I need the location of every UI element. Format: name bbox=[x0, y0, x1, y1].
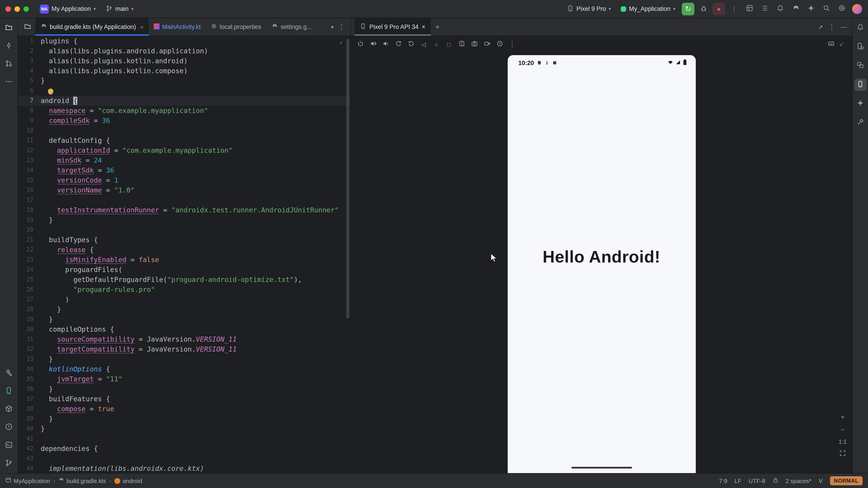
ideavim-icon[interactable]: V bbox=[819, 477, 823, 484]
breadcrumb-file[interactable]: build.gradle.kts bbox=[59, 477, 106, 484]
code-line[interactable]: 22 release { bbox=[18, 245, 350, 255]
code-line[interactable]: 23 isMinifyEnabled = false bbox=[18, 255, 350, 265]
rerun-button[interactable]: ↻ bbox=[682, 2, 694, 15]
code-line[interactable]: 6 bbox=[18, 86, 350, 96]
device-screen[interactable]: 10:20 Hello Android! bbox=[507, 55, 695, 473]
project-selector[interactable]: MA My Application ▾ bbox=[36, 2, 99, 15]
code-line[interactable]: 37 buildFeatures { bbox=[18, 394, 350, 404]
close-tab-icon[interactable]: × bbox=[422, 24, 426, 30]
code-line[interactable]: 10 bbox=[18, 126, 350, 135]
android-overview-button[interactable]: □ bbox=[443, 38, 455, 50]
code-line[interactable]: 41 bbox=[18, 434, 350, 444]
code-line[interactable]: 15 versionCode = 1 bbox=[18, 175, 350, 185]
code-line[interactable]: 11 defaultConfig { bbox=[18, 135, 350, 145]
code-line[interactable]: 7android { bbox=[18, 96, 350, 106]
code-line[interactable]: 24 proguardFiles( bbox=[18, 265, 350, 275]
code-line[interactable]: 26 "proguard-rules.pro" bbox=[18, 285, 350, 295]
inspections-ok-icon[interactable]: ✓ bbox=[339, 39, 343, 46]
device-manager-tool-button[interactable] bbox=[854, 41, 866, 53]
code-line[interactable]: 16 versionName = "1.0" bbox=[18, 185, 350, 195]
hide-panel-icon[interactable]: — bbox=[841, 24, 847, 30]
code-line[interactable]: 44 implementation(libs.androidx.core.ktx… bbox=[18, 464, 350, 473]
rotate-right-button[interactable] bbox=[405, 38, 417, 50]
tab-local-properties[interactable]: local.properties bbox=[206, 18, 266, 36]
code-line[interactable]: 17 bbox=[18, 195, 350, 205]
code-area[interactable]: 1plugins {2 alias(libs.plugins.android.a… bbox=[18, 36, 350, 473]
problems-tool-button[interactable] bbox=[3, 421, 15, 433]
snapshots-button[interactable] bbox=[494, 38, 505, 50]
code-line[interactable]: 21 buildTypes { bbox=[18, 235, 350, 245]
hidden-tabs-chevron-icon[interactable]: ▾ bbox=[331, 24, 334, 30]
code-line[interactable]: 19 } bbox=[18, 215, 350, 225]
android-back-button[interactable]: ◁ bbox=[418, 38, 430, 50]
tab-mainactivity[interactable]: MainActivity.kt bbox=[149, 18, 206, 36]
device-selector[interactable]: Pixel 9 Pro ▾ bbox=[563, 3, 615, 15]
tab-settings-gradle[interactable]: settings.g... bbox=[266, 18, 317, 36]
run-configuration-selector[interactable]: My_Application ▾ bbox=[617, 4, 679, 14]
zoom-in-icon[interactable]: + bbox=[841, 413, 845, 421]
resource-manager-tool-button[interactable] bbox=[854, 60, 866, 72]
code-line[interactable]: 1plugins { bbox=[18, 36, 350, 46]
code-line[interactable]: 40} bbox=[18, 424, 350, 434]
breadcrumb-node[interactable]: android bbox=[114, 477, 142, 484]
emulator-more-button[interactable]: ⋮ bbox=[506, 38, 518, 50]
terminal-tool-button[interactable] bbox=[3, 439, 15, 451]
user-avatar[interactable] bbox=[851, 2, 864, 15]
close-window-button[interactable] bbox=[5, 6, 11, 11]
code-line[interactable]: 34 kotlinOptions { bbox=[18, 364, 350, 374]
build-variants-tool-button[interactable] bbox=[3, 403, 15, 415]
code-line[interactable]: 42dependencies { bbox=[18, 444, 350, 454]
hardware-input-icon[interactable] bbox=[828, 40, 834, 48]
code-line[interactable]: 8 namespace = "com.example.myapplication… bbox=[18, 106, 350, 116]
fold-device-button[interactable] bbox=[456, 38, 467, 50]
tool-windows-button[interactable] bbox=[743, 2, 756, 15]
open-in-window-icon[interactable]: ↗ bbox=[818, 23, 823, 31]
project-view-toggle[interactable] bbox=[20, 18, 35, 36]
editor-scrollbar[interactable] bbox=[346, 39, 349, 319]
code-line[interactable]: 14 targetSdk = 36 bbox=[18, 165, 350, 175]
power-button[interactable] bbox=[354, 38, 366, 50]
code-line[interactable]: 5} bbox=[18, 76, 350, 86]
tab-build-gradle[interactable]: build.gradle.kts (My Application) × bbox=[35, 18, 149, 36]
notifications-tool-button[interactable] bbox=[854, 22, 866, 34]
search-everywhere-button[interactable] bbox=[820, 2, 833, 15]
zoom-out-icon[interactable]: − bbox=[841, 426, 845, 433]
project-tool-button[interactable] bbox=[3, 22, 15, 34]
gradle-sync-button[interactable] bbox=[789, 2, 802, 15]
code-line[interactable]: 20 bbox=[18, 225, 350, 235]
commit-tool-button[interactable] bbox=[3, 40, 15, 52]
branch-selector[interactable]: main ▾ bbox=[102, 3, 137, 15]
caret-position-widget[interactable]: 7:9 bbox=[719, 477, 727, 484]
volume-up-button[interactable] bbox=[367, 38, 379, 50]
screenshot-button[interactable] bbox=[468, 38, 480, 50]
minimize-window-button[interactable] bbox=[14, 6, 20, 11]
code-line[interactable]: 12 applicationId = "com.example.myapplic… bbox=[18, 145, 350, 156]
pull-requests-tool-button[interactable] bbox=[3, 58, 15, 70]
device-explorer-tool-button[interactable] bbox=[3, 385, 15, 397]
code-line[interactable]: 31 sourceCompatibility = JavaVersion.VER… bbox=[18, 334, 350, 344]
more-tool-windows-button[interactable] bbox=[3, 76, 15, 88]
code-line[interactable]: 18 testInstrumentationRunner = "androidx… bbox=[18, 205, 350, 215]
indent-widget[interactable]: 2 spaces* bbox=[786, 477, 811, 484]
code-line[interactable]: 32 targetCompatibility = JavaVersion.VER… bbox=[18, 344, 350, 354]
close-tab-icon[interactable]: × bbox=[140, 23, 144, 31]
code-line[interactable]: 25 getDefaultProguardFile("proguard-andr… bbox=[18, 275, 350, 285]
screen-record-button[interactable] bbox=[481, 38, 493, 50]
build-tool-button[interactable] bbox=[3, 367, 15, 379]
add-device-tab-button[interactable]: + bbox=[431, 18, 444, 36]
code-line[interactable]: 9 compileSdk = 36 bbox=[18, 116, 350, 126]
code-editor[interactable]: 1plugins {2 alias(libs.plugins.android.a… bbox=[18, 36, 350, 473]
code-line[interactable]: 30 compileOptions { bbox=[18, 324, 350, 334]
fullscreen-window-button[interactable] bbox=[24, 6, 29, 11]
code-line[interactable]: 39 } bbox=[18, 414, 350, 424]
version-control-tool-button[interactable] bbox=[3, 457, 15, 469]
code-line[interactable]: 38 compose = true bbox=[18, 404, 350, 414]
code-line[interactable]: 35 jvmTarget = "11" bbox=[18, 374, 350, 384]
notifications-button[interactable] bbox=[774, 2, 786, 15]
ai-assistant-button[interactable] bbox=[805, 2, 817, 15]
device-tab[interactable]: Pixel 9 Pro API 34 × bbox=[354, 18, 431, 36]
quickfix-bulb-icon[interactable] bbox=[48, 88, 53, 94]
code-line[interactable]: 43 bbox=[18, 454, 350, 464]
breadcrumb-project[interactable]: MyApplication bbox=[5, 477, 50, 484]
encoding-widget[interactable]: UTF-8 bbox=[749, 477, 765, 484]
